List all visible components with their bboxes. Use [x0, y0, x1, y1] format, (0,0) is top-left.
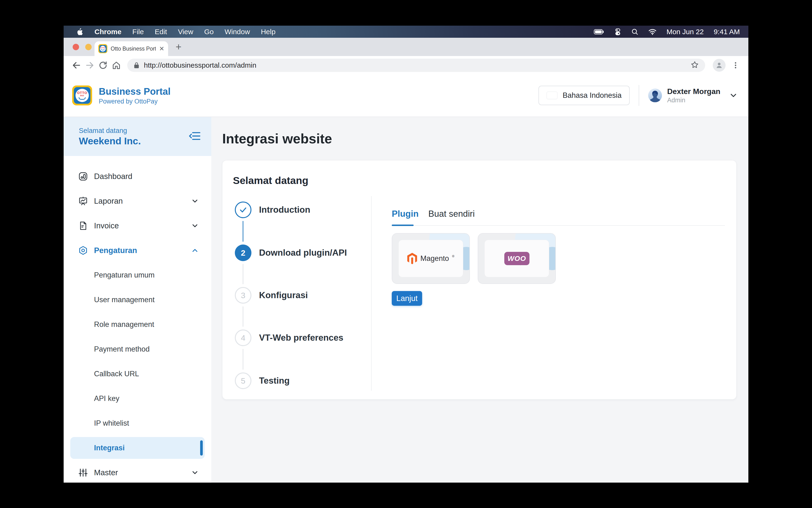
- menu-file[interactable]: File: [132, 28, 144, 36]
- continue-button[interactable]: Lanjut: [392, 291, 422, 306]
- step-connector: [243, 349, 243, 370]
- lock-icon[interactable]: [133, 62, 140, 69]
- tab-title: Otto Business Portal: [111, 46, 156, 52]
- indonesia-flag-icon: [547, 92, 557, 99]
- bookmark-star-icon[interactable]: [690, 60, 699, 70]
- user-menu[interactable]: Dexter Morgan Admin: [648, 87, 738, 104]
- browser-menu-dots-icon[interactable]: [729, 59, 742, 72]
- main-content: Integrasi website Selamat datang Introdu…: [211, 117, 749, 482]
- chevron-down-icon: [191, 197, 199, 205]
- browser-toolbar: http://ottobusinessportal.com/admin: [63, 56, 749, 74]
- collapse-sidebar-icon[interactable]: [188, 130, 201, 143]
- step-check-icon: [235, 202, 251, 218]
- page-title: Integrasi website: [222, 131, 332, 146]
- report-icon: [78, 196, 88, 206]
- browser-tab[interactable]: OTTO Otto Business Portal ✕: [94, 41, 168, 56]
- sidebar-subitem-integrasi-active[interactable]: Integrasi: [70, 437, 205, 459]
- browser-tabstrip: OTTO Otto Business Portal ✕ +: [63, 38, 749, 56]
- tab-buat-sendiri[interactable]: Buat sendiri: [428, 209, 475, 219]
- mac-screen: Chrome File Edit View Go Window Help Mon…: [63, 26, 749, 482]
- control-center-icon[interactable]: [614, 28, 621, 35]
- url-bar[interactable]: http://ottobusinessportal.com/admin: [127, 59, 705, 72]
- sidebar: Selamat datang Weekend Inc. Dashboard: [63, 117, 211, 482]
- stepper-divider: [371, 196, 372, 391]
- ottopay-favicon: OTTO: [98, 44, 107, 53]
- user-avatar: [648, 89, 662, 102]
- language-selector-button[interactable]: Bahasa Indonesia: [539, 86, 630, 105]
- step-introduction[interactable]: Introduction: [235, 202, 310, 218]
- woo-logo: WOO: [484, 240, 549, 277]
- spotlight-search-icon[interactable]: [631, 28, 638, 35]
- step-konfigurasi[interactable]: 3 Konfigurasi: [235, 287, 308, 304]
- sidebar-subitem-api-key[interactable]: API key: [63, 386, 211, 411]
- new-tab-button[interactable]: +: [173, 41, 184, 53]
- sidebar-subitem-user-management[interactable]: User management: [63, 288, 211, 312]
- dashboard-icon: [78, 172, 88, 181]
- card-title: Selamat datang: [233, 175, 308, 186]
- sidebar-item-dashboard[interactable]: Dashboard: [63, 164, 211, 189]
- sidebar-item-invoice[interactable]: Invoice: [63, 213, 211, 238]
- step-vt-web-preferences[interactable]: 4 VT-Web preferences: [235, 330, 343, 346]
- step-number: 5: [235, 373, 251, 389]
- brand-subtitle: Powered by OttoPay: [99, 98, 170, 105]
- battery-icon[interactable]: [594, 29, 604, 35]
- language-label: Bahasa Indonesia: [563, 91, 622, 100]
- step-number: 4: [235, 330, 251, 346]
- app-header: OTTO PAY Business Portal Powered by Otto…: [63, 74, 749, 117]
- plugin-card-woocommerce[interactable]: WOO: [478, 233, 556, 284]
- apple-icon[interactable]: [76, 28, 83, 36]
- magento-mark-icon: [407, 253, 417, 264]
- browser-profile-icon[interactable]: [713, 59, 726, 72]
- step-download-plugin-api[interactable]: 2 Download plugin/API: [235, 245, 347, 261]
- sidebar-subitem-ip-whitelist[interactable]: IP whitelist: [63, 411, 211, 436]
- sidebar-subitem-callback-url[interactable]: Callback URL: [63, 362, 211, 386]
- step-connector: [243, 306, 243, 327]
- sidebar-item-laporan[interactable]: Laporan: [63, 189, 211, 213]
- integration-card: Selamat datang Introduction 2 Download p…: [222, 160, 736, 399]
- screenshot-canvas: Chrome File Edit View Go Window Help Mon…: [0, 0, 812, 508]
- step-connector: [243, 221, 243, 242]
- url-text: http://ottobusinessportal.com/admin: [144, 61, 256, 69]
- close-window-button[interactable]: [73, 44, 79, 50]
- menu-edit[interactable]: Edit: [155, 28, 167, 36]
- active-indicator-bar: [200, 440, 203, 456]
- logo-text-otto: OTTO: [77, 91, 87, 94]
- user-name: Dexter Morgan: [667, 87, 720, 96]
- menubar-time[interactable]: 9:41 AM: [714, 28, 740, 36]
- forward-icon[interactable]: [83, 59, 96, 72]
- macos-menubar: Chrome File Edit View Go Window Help Mon…: [63, 26, 749, 38]
- sidebar-item-master[interactable]: Master: [63, 460, 211, 482]
- menubar-date[interactable]: Mon Jun 22: [667, 28, 704, 36]
- chevron-down-icon: [191, 469, 199, 477]
- tab-plugin[interactable]: Plugin: [392, 209, 419, 219]
- header-divider: [639, 85, 639, 106]
- menu-go[interactable]: Go: [204, 28, 214, 36]
- sidebar-welcome-panel: Selamat datang Weekend Inc.: [63, 117, 211, 156]
- sidebar-subitem-role-management[interactable]: Role management: [63, 312, 211, 337]
- home-icon[interactable]: [110, 59, 123, 72]
- menu-view[interactable]: View: [178, 28, 193, 36]
- menu-window[interactable]: Window: [225, 28, 250, 36]
- sidebar-item-pengaturan[interactable]: Pengaturan: [63, 238, 211, 263]
- brand-title: Business Portal: [99, 86, 170, 97]
- invoice-icon: [78, 221, 88, 230]
- tab-close-icon[interactable]: ✕: [159, 46, 164, 52]
- settings-icon: [78, 246, 88, 255]
- step-connector: [243, 264, 243, 284]
- logo-smile: [79, 97, 86, 100]
- menu-help[interactable]: Help: [261, 28, 276, 36]
- sidebar-subitem-payment-method[interactable]: Payment method: [63, 337, 211, 362]
- wifi-icon[interactable]: [648, 29, 656, 35]
- minimize-window-button[interactable]: [85, 44, 92, 50]
- step-testing[interactable]: 5 Testing: [235, 373, 290, 389]
- plugin-card-magento[interactable]: Magento®: [392, 233, 470, 284]
- chevron-up-icon: [191, 246, 199, 254]
- sidebar-menu: Dashboard Laporan Invoice: [63, 156, 211, 482]
- menu-chrome[interactable]: Chrome: [94, 28, 121, 36]
- reload-icon[interactable]: [96, 59, 110, 72]
- sidebar-subitem-pengaturan-umum[interactable]: Pengaturan umum: [63, 263, 211, 288]
- company-name: Weekend Inc.: [79, 135, 141, 147]
- back-icon[interactable]: [70, 59, 83, 72]
- user-chevron-down-icon[interactable]: [729, 91, 738, 100]
- ottopay-logo: OTTO PAY: [72, 85, 92, 105]
